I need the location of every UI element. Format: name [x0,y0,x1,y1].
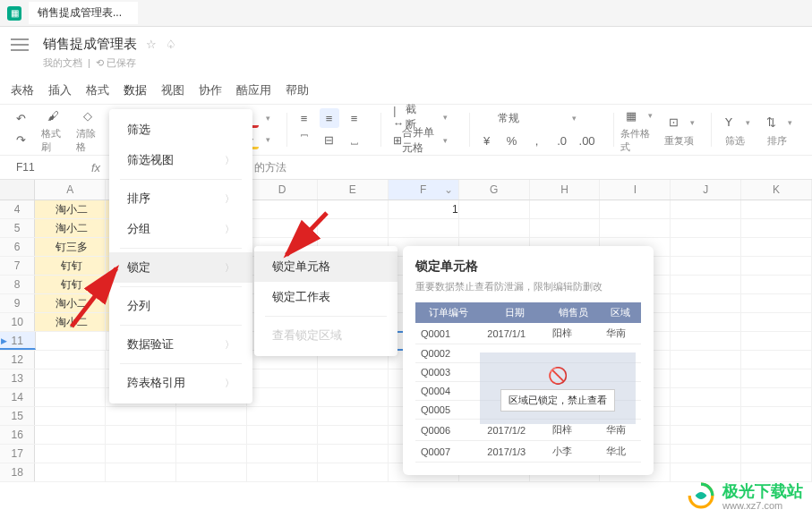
cell[interactable] [671,388,741,406]
cell[interactable] [600,219,671,237]
comma-icon[interactable]: , [527,131,547,150]
cell[interactable] [530,200,601,218]
col-header[interactable]: F [389,180,459,200]
col-header[interactable]: H [530,180,601,200]
col-header[interactable]: E [318,180,389,200]
cell[interactable] [741,369,812,387]
cell[interactable] [176,407,247,425]
redo-icon[interactable]: ↷ [11,130,30,149]
cell[interactable] [459,219,530,237]
cell[interactable] [741,276,812,293]
cell[interactable]: 淘小二 [35,219,106,237]
cell[interactable] [530,219,601,237]
row-header[interactable]: 11▶ [0,332,36,350]
cell[interactable] [106,407,176,425]
cell[interactable] [318,388,389,406]
select-all-corner[interactable] [0,180,35,200]
cell[interactable] [389,219,459,237]
cell[interactable] [741,200,812,218]
cell[interactable] [318,369,389,387]
cell[interactable] [247,463,318,481]
row-header[interactable]: 12 [0,351,35,369]
row-header[interactable]: 14 [0,388,35,406]
cell[interactable] [671,257,741,275]
menu-cross[interactable]: 跨表格引用〉 [109,368,252,398]
menu-collab[interactable]: 协作 [199,82,222,98]
clear-format-icon[interactable]: ◇ [78,106,98,125]
row-header[interactable]: 16 [0,426,35,444]
filter-icon[interactable]: 𝖸 [719,113,739,132]
cell[interactable] [35,445,106,463]
cell[interactable] [106,445,176,463]
col-header[interactable]: A [35,180,106,200]
menu-table[interactable]: 表格 [11,82,34,98]
row-header[interactable]: 7 [0,257,35,275]
align-middle-icon[interactable]: ⊟ [320,130,339,149]
cell[interactable] [671,445,741,463]
cell[interactable] [671,276,741,293]
currency-icon[interactable]: ¥ [477,131,497,150]
row-header[interactable]: 18 [0,463,35,481]
cell[interactable] [671,294,741,312]
cell[interactable] [671,200,741,218]
menu-group[interactable]: 分组〉 [109,214,252,244]
cell[interactable] [671,351,741,369]
cell[interactable] [671,219,741,237]
cell[interactable] [741,351,812,369]
col-header[interactable]: D [247,180,318,200]
menu-validate[interactable]: 数据验证〉 [109,329,252,360]
row-header[interactable]: 10 [0,313,35,331]
cell[interactable] [671,332,741,350]
cell[interactable] [741,407,812,425]
dup-icon[interactable]: ⊡ [663,113,683,132]
cell[interactable]: 钉三多 [35,238,106,256]
name-box[interactable]: F11 [11,159,73,175]
cell[interactable]: 1 [389,200,459,218]
cell[interactable] [671,369,741,387]
percent-icon[interactable]: % [502,131,522,150]
col-header[interactable]: G [459,180,530,200]
cell[interactable] [600,200,671,218]
cell[interactable] [741,238,812,256]
cell[interactable] [36,332,107,350]
document-tab[interactable]: 销售提成管理表... [29,2,138,24]
cell[interactable] [106,426,176,444]
cell[interactable] [741,294,812,312]
cell[interactable] [671,463,741,481]
hamburger-icon[interactable] [11,38,29,51]
align-left-icon[interactable]: ≡ [295,108,314,128]
merge-dropdown[interactable]: ⊞ 合并单元格 ▾ [388,130,452,151]
cell[interactable] [741,388,812,406]
cond-format-icon[interactable]: ▦ [621,106,641,125]
cell[interactable] [35,388,106,406]
fx-icon[interactable]: fx [91,161,100,174]
cell[interactable] [106,463,176,481]
decrease-decimal-icon[interactable]: .0 [552,131,572,150]
cell[interactable] [671,426,741,444]
row-header[interactable]: 9 [0,294,35,312]
star-icon[interactable]: ☆ [146,38,157,51]
menu-view[interactable]: 视图 [161,82,184,98]
align-bottom-icon[interactable]: ⎵ [345,130,364,149]
cell[interactable] [247,388,318,406]
cell[interactable] [741,219,812,237]
cell[interactable] [741,313,812,331]
col-header[interactable]: I [600,180,671,200]
cell[interactable] [247,426,318,444]
sort-icon[interactable]: ⇅ [761,113,781,132]
cell[interactable] [247,369,318,387]
cell[interactable]: 淘小二 [35,200,106,218]
menu-filter[interactable]: 筛选 [109,115,252,145]
increase-decimal-icon[interactable]: .00 [577,131,597,150]
menu-format[interactable]: 格式 [86,82,109,98]
app-home-icon[interactable]: ▦ [7,6,21,21]
row-header[interactable]: 13 [0,369,35,387]
cell[interactable] [741,463,812,481]
menu-insert[interactable]: 插入 [48,82,72,98]
cell[interactable] [176,463,247,481]
menu-help[interactable]: 帮助 [286,82,309,98]
cell[interactable] [35,463,106,481]
cell[interactable] [671,238,741,256]
undo-icon[interactable]: ↶ [11,108,30,128]
cell[interactable] [247,445,318,463]
